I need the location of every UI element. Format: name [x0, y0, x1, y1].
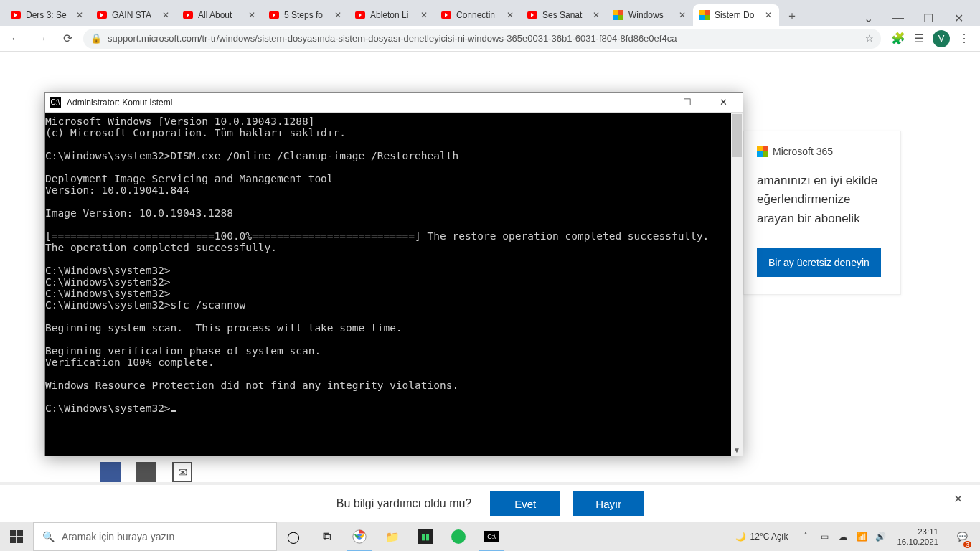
close-button[interactable]: ✕ — [947, 10, 970, 26]
tray-notifications-icon[interactable]: 💬3 — [948, 522, 976, 551]
linkedin-icon[interactable] — [136, 462, 156, 482]
feedback-no-button[interactable]: Hayır — [573, 491, 644, 516]
extensions-icon[interactable]: 🧩 — [891, 32, 905, 45]
new-tab-button[interactable]: ＋ — [782, 6, 802, 26]
maximize-button[interactable]: ☐ — [917, 10, 940, 26]
tab-close-icon[interactable]: ✕ — [505, 10, 515, 20]
tab-6[interactable]: Ses Sanat✕ — [521, 4, 607, 26]
windows-taskbar: 🔍 Aramak için buraya yazın ◯ ⧉ 📁 ▮▮ C:\ … — [0, 522, 980, 551]
microsoft-365-logo: Microsoft 365 — [757, 146, 887, 157]
url-text: support.microsoft.com/tr-tr/windows/sist… — [108, 33, 859, 44]
weather-text: 12°C Açık — [750, 532, 788, 542]
feedback-yes-button[interactable]: Evet — [490, 491, 560, 516]
weather-icon: 🌙 — [735, 532, 746, 542]
tab-3[interactable]: 5 Steps fo✕ — [263, 4, 349, 26]
tray-chevron-icon[interactable]: ˄ — [799, 532, 812, 542]
svg-rect-0 — [10, 530, 16, 536]
command-prompt-window: C:\ Administrator: Komut İstemi — ☐ ✕ Mi… — [44, 92, 743, 456]
youtube-favicon-icon — [268, 9, 280, 21]
system-tray: 🌙 12°C Açık ˄ ▭ ☁ 📶 🔊 23:11 16.10.2021 💬… — [735, 522, 980, 551]
command-prompt-titlebar[interactable]: C:\ Administrator: Komut İstemi — ☐ ✕ — [45, 93, 743, 113]
facebook-icon[interactable] — [100, 462, 121, 482]
tray-volume-icon[interactable]: 🔊 — [874, 532, 887, 542]
tab-title: Sistem Do — [715, 10, 759, 20]
tab-title: Windows — [628, 10, 673, 20]
back-button[interactable]: ← — [6, 29, 26, 49]
social-share-row: ✉ — [100, 462, 192, 482]
tab-close-icon[interactable]: ✕ — [763, 10, 773, 20]
svg-rect-2 — [10, 537, 16, 543]
cmd-close-button[interactable]: ✕ — [708, 94, 738, 111]
taskbar-search[interactable]: 🔍 Aramak için buraya yazın — [33, 522, 277, 551]
svg-rect-1 — [17, 530, 23, 536]
youtube-favicon-icon — [96, 9, 108, 21]
tab-title: All About — [198, 10, 242, 20]
forward-button[interactable]: → — [32, 29, 52, 49]
reload-button[interactable]: ⟳ — [57, 29, 77, 49]
tab-strip: Ders 3: Se✕GAIN STA✕All About✕5 Steps fo… — [0, 0, 980, 26]
youtube-favicon-icon — [10, 9, 22, 21]
tray-clock[interactable]: 23:11 16.10.2021 — [892, 527, 943, 547]
tray-battery-icon[interactable]: ▭ — [818, 532, 831, 542]
tab-close-icon[interactable]: ✕ — [161, 10, 171, 20]
search-icon: 🔍 — [42, 531, 55, 542]
chrome-caret-icon[interactable]: ⌄ — [857, 10, 880, 26]
profile-avatar[interactable]: V — [933, 30, 950, 47]
notification-badge: 3 — [963, 541, 971, 548]
tab-close-icon[interactable]: ✕ — [677, 10, 687, 20]
tab-0[interactable]: Ders 3: Se✕ — [4, 4, 90, 26]
tray-onedrive-icon[interactable]: ☁ — [837, 532, 849, 542]
lock-icon: 🔒 — [90, 33, 102, 44]
tray-weather[interactable]: 🌙 12°C Açık — [735, 532, 788, 542]
scroll-thumb[interactable] — [732, 114, 742, 157]
microsoft-favicon-icon — [613, 9, 624, 21]
task-spotify-icon[interactable] — [442, 522, 475, 551]
tab-title: 5 Steps fo — [284, 10, 329, 20]
tray-wifi-icon[interactable]: 📶 — [855, 532, 868, 542]
task-app-icon-1[interactable]: ▮▮ — [409, 522, 442, 551]
task-file-explorer-icon[interactable]: 📁 — [376, 522, 409, 551]
task-chrome-icon[interactable] — [343, 522, 376, 551]
tab-title: Connectin — [456, 10, 501, 20]
task-cortana-icon[interactable]: ◯ — [277, 522, 310, 551]
tab-4[interactable]: Ableton Li✕ — [349, 4, 435, 26]
tab-1[interactable]: GAIN STA✕ — [90, 4, 176, 26]
reading-list-icon[interactable]: ☰ — [914, 32, 924, 45]
chrome-menu-icon[interactable]: ⋮ — [958, 32, 970, 45]
cmd-minimize-button[interactable]: — — [636, 94, 666, 111]
email-icon[interactable]: ✉ — [172, 462, 192, 482]
taskbar-apps: ◯ ⧉ 📁 ▮▮ C:\ — [277, 522, 508, 551]
cmd-scrollbar[interactable]: ▲ ▼ — [731, 113, 743, 456]
cmd-output[interactable]: Microsoft Windows [Version 10.0.19043.12… — [45, 113, 731, 456]
svg-rect-3 — [17, 537, 23, 543]
url-bar[interactable]: 🔒 support.microsoft.com/tr-tr/windows/si… — [83, 29, 881, 49]
scroll-down-icon[interactable]: ▼ — [731, 444, 743, 456]
youtube-favicon-icon — [440, 9, 452, 21]
free-trial-button[interactable]: Bir ay ücretsiz deneyin — [757, 248, 881, 277]
feedback-close-icon[interactable]: ✕ — [953, 492, 963, 506]
tab-close-icon[interactable]: ✕ — [333, 10, 343, 20]
feedback-bar: Bu bilgi yardımcı oldu mu? Evet Hayır ✕ — [0, 482, 980, 522]
address-bar-row: ← → ⟳ 🔒 support.microsoft.com/tr-tr/wind… — [0, 26, 980, 52]
minimize-button[interactable]: — — [887, 10, 910, 26]
page-content: Microsoft 365 amanınızı en iyi ekilde eğ… — [0, 52, 980, 551]
tab-2[interactable]: All About✕ — [176, 4, 263, 26]
start-button[interactable] — [0, 522, 33, 551]
bookmark-star-icon[interactable]: ☆ — [865, 33, 874, 44]
microsoft-365-card: Microsoft 365 amanınızı en iyi ekilde eğ… — [743, 131, 901, 295]
youtube-favicon-icon — [527, 9, 538, 21]
task-cmd-icon[interactable]: C:\ — [475, 522, 508, 551]
tab-8[interactable]: Sistem Do✕ — [693, 4, 779, 26]
tab-title: Ses Sanat — [542, 10, 587, 20]
cmd-maximize-button[interactable]: ☐ — [672, 94, 702, 111]
search-placeholder: Aramak için buraya yazın — [62, 531, 174, 542]
tab-close-icon[interactable]: ✕ — [419, 10, 429, 20]
tab-close-icon[interactable]: ✕ — [591, 10, 601, 20]
cmd-title: Administrator: Komut İstemi — [67, 98, 631, 108]
task-view-icon[interactable]: ⧉ — [310, 522, 343, 551]
tab-5[interactable]: Connectin✕ — [435, 4, 521, 26]
tab-close-icon[interactable]: ✕ — [75, 10, 85, 20]
tab-close-icon[interactable]: ✕ — [247, 10, 257, 20]
tab-7[interactable]: Windows✕ — [607, 4, 693, 26]
microsoft-365-brand-text: Microsoft 365 — [773, 146, 833, 157]
